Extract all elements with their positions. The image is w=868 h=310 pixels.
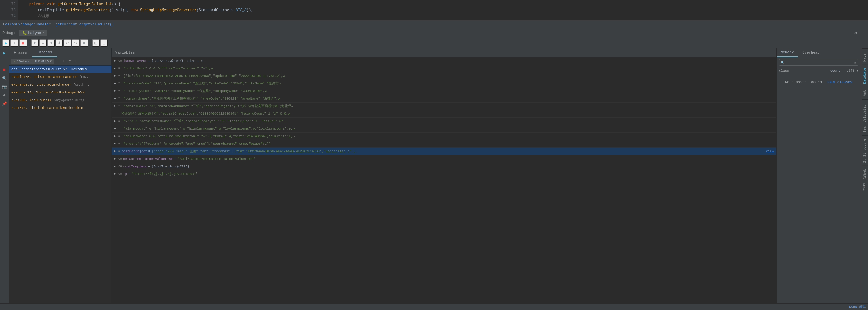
- evaluate-button[interactable]: ↪: [72, 39, 80, 47]
- var-row-7[interactable]: ▶ ≡ "hazardRank":"3","hazardRankName":"三…: [112, 103, 776, 110]
- var-eq-16: =: [128, 171, 130, 177]
- stack-frame-5[interactable]: run:573, SimpleThreadPool$WorkerThre: [9, 104, 112, 112]
- stack-frame-1[interactable]: handle:65, HaiYanExchangerHandler (to...: [9, 73, 112, 81]
- vertical-tab-database[interactable]: Database: [862, 65, 868, 87]
- expand-icon-4[interactable]: ▶: [114, 81, 118, 86]
- stack-frame-3[interactable]: execute:79, AbstractCronExchanger$Cro: [9, 89, 112, 97]
- expand-icon-7[interactable]: ▶: [114, 103, 118, 109]
- search-area: 🔍 ⚙: [777, 57, 861, 68]
- resume-sidebar-icon[interactable]: ▶: [1, 49, 8, 57]
- stack-frame-2[interactable]: exchange:16, AbstractExchanger (top.h...: [9, 81, 112, 89]
- vertical-tab-maven[interactable]: Maven: [862, 48, 868, 65]
- diff-sort-icon[interactable]: ▼: [857, 69, 858, 73]
- vertical-tab-csdn[interactable]: CSDN·超码: [861, 178, 868, 194]
- debug-tab-haiyan[interactable]: 🐛 haiyan ×: [19, 30, 48, 36]
- tab-threads[interactable]: Threads: [32, 48, 57, 57]
- var-row-10[interactable]: ▶ ≡ "alarmCount":0,"hiAlarmCount":0,"hi2…: [112, 125, 776, 133]
- var-row-9[interactable]: ▶ ≡ "y":0.0,"dataStatusName":"正常","peopl…: [112, 117, 776, 125]
- var-row-ip[interactable]: ▶ oo ip = "https://fxyj.yjt.zj.gov.cn:88…: [112, 170, 776, 178]
- debug-tab-name: haiyan: [28, 31, 41, 35]
- var-name-14: getCurrentTargetValueList: [123, 156, 173, 162]
- drop-frame-button[interactable]: ⏹: [80, 39, 88, 47]
- tab-overhead[interactable]: Overhead: [798, 48, 824, 57]
- gear-icon[interactable]: ⚙: [854, 60, 856, 65]
- add-frame-icon[interactable]: +: [73, 59, 78, 64]
- expand-icon-13[interactable]: ▶: [114, 149, 118, 154]
- down-arrow2-icon[interactable]: ↓: [61, 59, 66, 64]
- vertical-tab-z-structure[interactable]: Z: Structure: [862, 135, 868, 166]
- camera-sidebar-icon[interactable]: 📷: [1, 83, 8, 91]
- bottom-right-text: CSDN·超码: [849, 305, 866, 309]
- expand-icon[interactable]: ▶: [114, 58, 118, 64]
- debug-tab-close[interactable]: ×: [42, 31, 44, 35]
- minimize-icon[interactable]: —: [861, 30, 866, 36]
- up-arrow-icon[interactable]: ↑: [56, 59, 60, 64]
- search-sidebar-icon[interactable]: 🔍: [1, 75, 8, 82]
- view-link[interactable]: View: [766, 149, 774, 154]
- expand-icon-5[interactable]: ▶: [114, 89, 118, 94]
- expand-icon-10[interactable]: ▶: [114, 126, 118, 132]
- var-val-2: "onlineRate":0.0,"offlineTimeInterval":"…: [121, 66, 774, 71]
- var-val-ip: "https://fxyj.yjt.zj.gov.cn:8888": [132, 171, 774, 177]
- var-name-ip: ip: [123, 171, 127, 177]
- var-row-postForObject[interactable]: ▶ ≡ postForObject = {"code":200,"msg":"止…: [112, 148, 776, 155]
- collapse-button[interactable]: ⊟: [100, 39, 108, 47]
- expand-icon-11[interactable]: ▶: [114, 134, 118, 139]
- var-row-8[interactable]: 济开发区）海河大道9号","socialCreditCode":"9133040…: [112, 110, 776, 117]
- step-out-button[interactable]: ⬇: [56, 39, 63, 47]
- settings-sidebar-icon[interactable]: ⚙: [1, 92, 8, 99]
- breadcrumb-part2[interactable]: getCurrentTargetValueList(): [56, 22, 114, 27]
- var-row-11[interactable]: ▶ ≡ "onlineRate":0.0,"offlineTimeInterva…: [112, 133, 776, 140]
- type-icon-oo-15: oo: [118, 164, 122, 169]
- expand-icon-6[interactable]: ▶: [114, 96, 118, 101]
- tab-frames[interactable]: Frames: [9, 48, 32, 57]
- type-icon-10: ≡: [118, 126, 120, 132]
- var-row-jsonArrayPut[interactable]: ▶ oo jsonArrayPut = {JSONArray@8703} siz…: [112, 57, 776, 65]
- pause-button[interactable]: ⏸: [10, 39, 19, 47]
- var-row-12[interactable]: ▶ ≡ "orders":[{"column":"areaCode","asc"…: [112, 140, 776, 148]
- stop-sidebar-icon[interactable]: ⏹: [1, 66, 8, 74]
- frame-name-4: run:202, JobRunShell: [11, 98, 51, 102]
- var-row-restTemplate[interactable]: ▶ oo restTemplate = {RestTemplate@8713}: [112, 163, 776, 170]
- vertical-tab-web[interactable]: Web: [862, 166, 868, 178]
- var-row-6[interactable]: ▶ ≡ "companyName":"浙江阿尔法化工科技有限公司","areaC…: [112, 95, 776, 103]
- settings-icon[interactable]: ⚙: [853, 30, 858, 36]
- resume-button[interactable]: ▶: [2, 39, 10, 47]
- var-name: jsonArrayPut: [123, 58, 147, 64]
- step-over-button[interactable]: ⬆: [31, 39, 39, 47]
- expand-icon-3[interactable]: ▶: [114, 73, 118, 79]
- pause-sidebar-icon[interactable]: ⏸: [1, 58, 8, 65]
- tab-memory[interactable]: Memory: [777, 48, 798, 57]
- stop-button[interactable]: ⏹: [19, 39, 27, 47]
- var-row-4[interactable]: ▶ ≡ "provinceCode":"33","provinceName":"…: [112, 80, 776, 88]
- class-search-input[interactable]: [779, 59, 858, 66]
- expand-icon-2[interactable]: ▶: [114, 66, 118, 71]
- force-step-into-button[interactable]: ⬆: [48, 39, 55, 47]
- breadcrumb-part1[interactable]: HaiYanExchangerHandler: [3, 22, 51, 27]
- stack-frame-4[interactable]: run:202, JobRunShell (org.quartz.core): [9, 97, 112, 104]
- load-classes-link[interactable]: Load classes: [826, 80, 852, 84]
- vertical-tab-ant[interactable]: Ant: [862, 87, 868, 99]
- var-eq-14: =: [174, 156, 176, 162]
- expand-icon-9[interactable]: ▶: [114, 118, 118, 124]
- vertical-tab-bean-validation[interactable]: Bean Validation: [862, 99, 868, 135]
- filter-icon[interactable]: ▽: [67, 59, 72, 64]
- step-into-button[interactable]: ⬇: [39, 39, 47, 47]
- var-val-9: "y":0.0,"dataStatusName":"正常","peopleEmp…: [121, 118, 774, 124]
- expand-icon-15[interactable]: ▶: [114, 164, 118, 169]
- run-to-cursor-button[interactable]: ↩: [64, 39, 71, 47]
- expand-icon-14[interactable]: ▶: [114, 156, 118, 162]
- watch-button[interactable]: ⊞: [92, 39, 100, 47]
- expand-icon-12[interactable]: ▶: [114, 141, 118, 146]
- stack-frame-0[interactable]: getCurrentTargetValueList:97, HaiYanEx: [9, 66, 112, 73]
- frame-name-5: run:573, SimpleThreadPool$WorkerThre: [11, 106, 83, 110]
- running-badge[interactable]: ✓ *Defau...RUNNING ▼: [11, 59, 54, 64]
- var-row-3[interactable]: ▶ ≡ {"id":"8FF040AA-F544-4E93-AF8D-01F8B…: [112, 72, 776, 80]
- right-panel-tabs: Memory Overhead: [777, 48, 861, 57]
- pin-sidebar-icon[interactable]: 📌: [1, 100, 8, 107]
- var-row-5[interactable]: ▶ ≡ ","countyCode":"330424","countyName"…: [112, 88, 776, 95]
- var-row-getCurrentTargetValueList[interactable]: ▶ oo getCurrentTargetValueList = "/api/t…: [112, 155, 776, 163]
- expand-icon-16[interactable]: ▶: [114, 171, 118, 177]
- var-row-2[interactable]: ▶ ≡ "onlineRate":0.0,"offlineTimeInterva…: [112, 65, 776, 72]
- main-content: ▶ ⏸ ⏹ 🔍 📷 ⚙ 📌 Frames Threads ✓ *Defau.: [0, 48, 868, 303]
